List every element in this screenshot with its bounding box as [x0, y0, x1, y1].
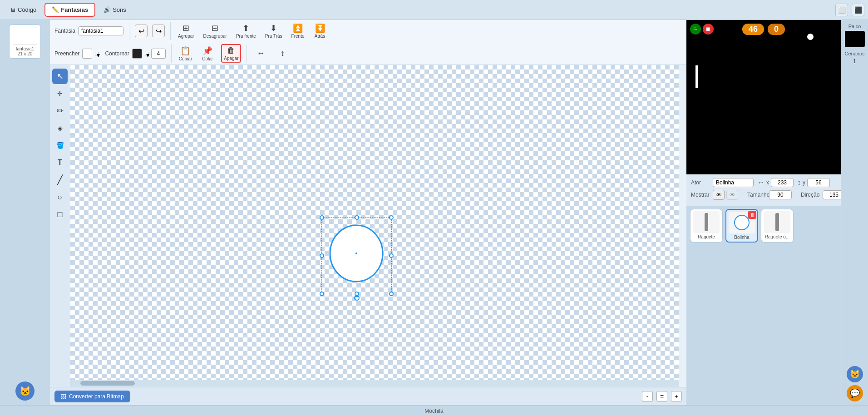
- undo-redo: ↩ ↪: [135, 25, 165, 37]
- score-right: 0: [768, 24, 785, 35]
- rect-tool-button[interactable]: □: [52, 207, 68, 222]
- zoom-equal-button[interactable]: =: [656, 391, 667, 402]
- actor-name-row: Ator ↔ x ↕ y: [691, 178, 836, 187]
- sprite-delete-bolinha[interactable]: 🗑: [748, 211, 756, 219]
- select-tool-button[interactable]: ↖: [52, 69, 68, 84]
- scenes-label: Cenários: [844, 51, 864, 56]
- flip-v-button[interactable]: ↕️: [274, 48, 291, 59]
- tab-sounds[interactable]: 🔊 Sons: [97, 4, 133, 16]
- fill-section: Preencher ▼ Contornar ▼: [54, 49, 166, 59]
- group-button[interactable]: ⊞ Agrupar: [176, 22, 196, 40]
- forward-button[interactable]: ⬆ Pra frente: [234, 22, 258, 40]
- outline-label: Contornar: [105, 50, 129, 57]
- sprite-row: Raquete 🗑 Bolinha Raquete o...: [690, 209, 837, 243]
- scrollbar-thumb[interactable]: [80, 381, 135, 386]
- pencil-tool-button[interactable]: ✏: [52, 103, 68, 119]
- text-tool-button[interactable]: T: [52, 155, 68, 170]
- delete-button[interactable]: 🗑 Apagar: [221, 44, 241, 63]
- add-sprite-button[interactable]: 🐱: [847, 366, 863, 382]
- hide-eye-button[interactable]: 👁: [726, 190, 738, 200]
- redo-button[interactable]: ↪: [152, 25, 165, 37]
- front-button[interactable]: ⏫ Frente: [290, 22, 306, 40]
- paste-button[interactable]: 📌 Colar: [199, 45, 216, 62]
- tab-code[interactable]: 🖥 Código: [4, 4, 43, 16]
- size-input[interactable]: [769, 190, 792, 199]
- sprite-item-raquete2[interactable]: Raquete o...: [761, 209, 794, 243]
- far-right-bottom: 🐱 💬: [847, 366, 863, 401]
- forward-icon: ⬆: [242, 23, 249, 33]
- outline-width-input[interactable]: [151, 49, 166, 59]
- costume-label: Fantasia: [54, 28, 75, 34]
- convert-icon: 🖼: [61, 393, 66, 400]
- center-panel: Fantasia ↩ ↪ ⊞ Agrupar ⊟ Desagrupar ⬆ Pr…: [50, 20, 686, 405]
- circle-shape[interactable]: [325, 219, 388, 287]
- fill-dropdown[interactable]: ▼: [95, 52, 99, 55]
- stop-button[interactable]: ⏹: [703, 24, 714, 35]
- paste-icon: 📌: [202, 46, 212, 56]
- green-flag-button[interactable]: 🏳: [690, 24, 701, 35]
- costume-thumb[interactable]: fantasia1 21 x 20: [9, 25, 41, 59]
- sounds-icon: 🔊: [104, 6, 111, 13]
- code-icon: 🖥: [10, 6, 16, 13]
- drawing-area-wrapper: ↖ ✛ ✏ ◈ 🪣 T ╱ ○ □: [50, 65, 686, 387]
- back-icon: ⏬: [315, 23, 325, 33]
- ungroup-icon: ⊟: [212, 23, 218, 33]
- left-panel: fantasia1 21 x 20 🐱: [0, 20, 50, 405]
- sprite-label-bolinha: Bolinha: [734, 235, 749, 240]
- costume-thumb-name: fantasia1: [16, 46, 35, 51]
- zoom-out-button[interactable]: -: [642, 391, 653, 402]
- flip-h-button[interactable]: ↔️: [252, 48, 269, 59]
- actor-info: Ator ↔ x ↕ y Mostrar 👁 👁: [686, 174, 841, 206]
- actor-name-input[interactable]: [713, 178, 754, 187]
- backward-icon: ⬇: [270, 23, 277, 33]
- delete-icon: 🗑: [227, 46, 235, 55]
- fill-tool-button[interactable]: 🪣: [52, 138, 68, 153]
- outline-color-box[interactable]: [132, 49, 142, 59]
- svg-point-6: [735, 215, 749, 230]
- back-button[interactable]: ⏬ Atrás: [312, 22, 328, 40]
- scenes-count: 1: [853, 58, 856, 64]
- line-tool-button[interactable]: ╱: [52, 172, 68, 188]
- sprite-thumb-raquete: [693, 211, 720, 233]
- top-bar-icons: ⬜ ⬛: [835, 4, 864, 16]
- sprite-label-raquete: Raquete: [698, 234, 715, 239]
- costume-name-input[interactable]: [78, 26, 123, 35]
- add-costume-button[interactable]: 🐱: [15, 381, 35, 401]
- tab-costumes[interactable]: ✏️ Fantasias: [44, 3, 95, 17]
- direction-label: Direção: [801, 192, 819, 198]
- fill-color-box[interactable]: [82, 49, 92, 59]
- sprite-item-raquete[interactable]: Raquete: [690, 209, 723, 243]
- horizontal-scrollbar[interactable]: [70, 380, 679, 387]
- copy-icon: 📋: [180, 46, 190, 56]
- copy-button[interactable]: 📋 Copiar: [177, 45, 194, 62]
- backward-button[interactable]: ⬇ Pra Trás: [263, 22, 284, 40]
- flip-h-icon: ↔️: [256, 49, 265, 58]
- costume-thumb-image: [13, 27, 37, 45]
- reshape-tool-button[interactable]: ✛: [52, 86, 68, 101]
- ungroup-button[interactable]: ⊟ Desagrupar: [202, 22, 229, 40]
- actor-label: Ator: [691, 179, 709, 186]
- stage-preview: 🏳 ⏹ 46 0: [686, 20, 841, 174]
- x-coord: ↔ x: [757, 178, 794, 187]
- convert-bitmap-button[interactable]: 🖼 Converter para Bitmap: [54, 391, 130, 402]
- oval-tool-button[interactable]: ○: [52, 189, 68, 205]
- layout-btn-1[interactable]: ⬜: [835, 4, 848, 16]
- undo-button[interactable]: ↩: [135, 25, 148, 37]
- layout-btn-2[interactable]: ⬛: [852, 4, 864, 16]
- y-input[interactable]: [807, 178, 830, 187]
- svg-rect-7: [775, 213, 779, 231]
- fill-label: Preencher: [54, 50, 79, 57]
- zoom-in-button[interactable]: +: [671, 391, 682, 402]
- divider-4: [247, 45, 247, 63]
- right-panel: 🏳 ⏹ 46 0 Ator ↔ x ↕ y: [686, 20, 841, 405]
- x-input[interactable]: [771, 178, 794, 187]
- size-label: Tamanho: [747, 192, 765, 198]
- canvas-area[interactable]: [70, 65, 686, 387]
- show-eye-button[interactable]: 👁: [713, 190, 725, 200]
- sprite-label-raquete2: Raquete o...: [765, 234, 789, 239]
- eraser-tool-button[interactable]: ◈: [52, 120, 68, 136]
- outline-dropdown[interactable]: ▼: [145, 52, 148, 55]
- stage-ball: [807, 34, 814, 40]
- add-scene-button[interactable]: 💬: [847, 385, 863, 401]
- sprite-item-bolinha[interactable]: 🗑 Bolinha: [725, 209, 758, 243]
